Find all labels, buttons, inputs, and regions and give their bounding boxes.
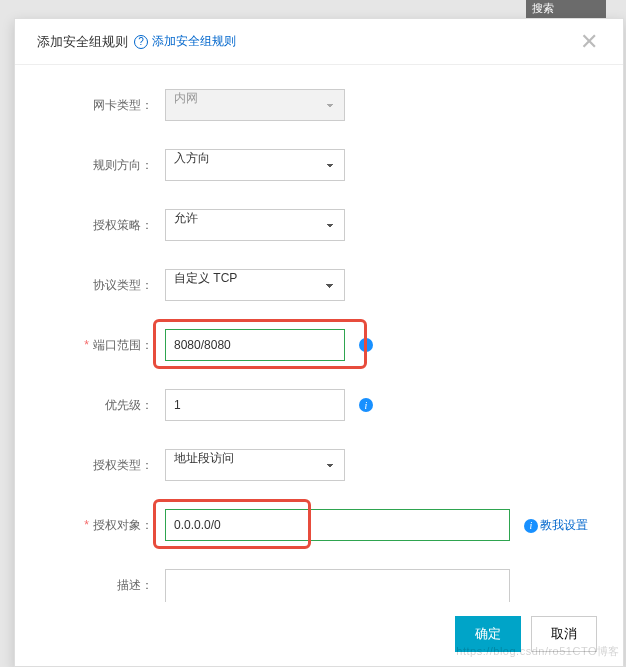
- row-protocol: 协议类型： 自定义 TCP: [35, 269, 603, 301]
- label-auth-type: 授权类型：: [35, 449, 165, 481]
- help-icon[interactable]: ?: [134, 35, 148, 49]
- input-auth-object[interactable]: [165, 509, 510, 541]
- info-icon[interactable]: i: [359, 398, 373, 412]
- row-direction: 规则方向： 入方向: [35, 149, 603, 181]
- input-priority[interactable]: [165, 389, 345, 421]
- info-icon: i: [524, 519, 538, 533]
- textarea-description[interactable]: [165, 569, 510, 602]
- row-port-range: 端口范围： i: [35, 329, 603, 361]
- label-direction: 规则方向：: [35, 149, 165, 181]
- select-nic-type: 内网: [165, 89, 345, 121]
- modal-help-link[interactable]: 添加安全组规则: [152, 33, 236, 50]
- label-policy: 授权策略：: [35, 209, 165, 241]
- search-bg: 搜索: [526, 0, 606, 18]
- select-protocol[interactable]: 自定义 TCP: [165, 269, 345, 301]
- row-auth-object: 授权对象： i 教我设置: [35, 509, 603, 541]
- teach-link-text: 教我设置: [540, 517, 588, 534]
- select-policy[interactable]: 允许: [165, 209, 345, 241]
- watermark: https://blog.csdn/ro51CTO博客: [456, 644, 620, 659]
- label-protocol: 协议类型：: [35, 269, 165, 301]
- form-body: 网卡类型： 内网 规则方向： 入方向 授权策略： 允许 协议类型： 自定义 TC…: [15, 65, 623, 602]
- row-priority: 优先级： i: [35, 389, 603, 421]
- row-description: 描述： 长度为2-256个字符，不能以http://或https://开头。: [35, 569, 603, 602]
- row-policy: 授权策略： 允许: [35, 209, 603, 241]
- select-auth-type[interactable]: 地址段访问: [165, 449, 345, 481]
- close-icon[interactable]: ✕: [577, 30, 601, 54]
- modal-header: 添加安全组规则 ? 添加安全组规则 ✕: [15, 19, 623, 65]
- select-direction[interactable]: 入方向: [165, 149, 345, 181]
- label-nic-type: 网卡类型：: [35, 89, 165, 121]
- modal-title: 添加安全组规则: [37, 33, 128, 51]
- info-icon[interactable]: i: [359, 338, 373, 352]
- label-port-range: 端口范围：: [35, 329, 165, 361]
- row-auth-type: 授权类型： 地址段访问: [35, 449, 603, 481]
- row-nic-type: 网卡类型： 内网: [35, 89, 603, 121]
- label-description: 描述：: [35, 569, 165, 601]
- teach-link[interactable]: i 教我设置: [524, 517, 588, 534]
- input-port-range[interactable]: [165, 329, 345, 361]
- label-auth-object: 授权对象：: [35, 509, 165, 541]
- add-rule-modal: 添加安全组规则 ? 添加安全组规则 ✕ 网卡类型： 内网 规则方向： 入方向 授…: [14, 18, 624, 667]
- label-priority: 优先级：: [35, 389, 165, 421]
